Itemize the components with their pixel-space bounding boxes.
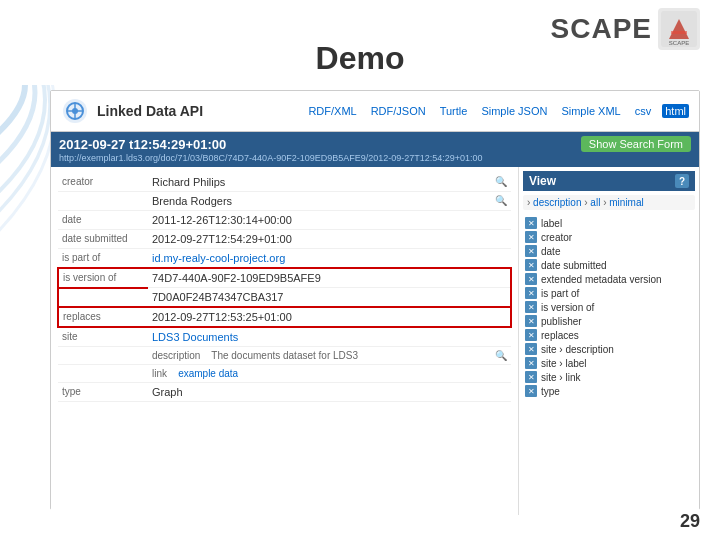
nav-csv[interactable]: csv xyxy=(632,104,655,118)
search-icon-sitedesc[interactable]: 🔍 xyxy=(491,347,511,365)
view-checkbox-replaces[interactable] xyxy=(525,329,537,341)
view-item-type: type xyxy=(523,384,695,398)
field-name-empty xyxy=(58,192,148,211)
view-help-icon[interactable]: ? xyxy=(675,174,689,188)
search-icon-sitelink xyxy=(491,365,511,383)
view-site-description-text: site › description xyxy=(541,344,614,355)
view-title: View xyxy=(529,174,556,188)
view-site-label-text: site › label xyxy=(541,358,587,369)
search-icon-date xyxy=(491,211,511,230)
field-value-date: 2011-12-26T12:30:14+00:00 xyxy=(148,211,491,230)
date-display: 2012-09-27 t12:54:29+01:00 xyxy=(59,137,226,152)
nav-html[interactable]: html xyxy=(662,104,689,118)
url-display: http://exemplar1.lds3.org/doc/71/03/B08C… xyxy=(59,153,691,163)
nav-simplejson[interactable]: Simple JSON xyxy=(478,104,550,118)
table-row: date submitted 2012-09-27T12:54:29+01:00 xyxy=(58,230,511,249)
lda-logo-area: Linked Data API xyxy=(61,97,203,125)
field-value-creator: Richard Philips xyxy=(148,173,491,192)
view-item-is-part-of: is part of xyxy=(523,286,695,300)
demo-title: Demo xyxy=(316,40,405,77)
search-icon-submitted xyxy=(491,230,511,249)
view-checkbox-site-link[interactable] xyxy=(525,371,537,383)
view-item-publisher: publisher xyxy=(523,314,695,328)
view-ext-metadata-text: extended metadata version xyxy=(541,274,662,285)
table-row: replaces 2012-09-27T12:53:25+01:00 xyxy=(58,307,511,327)
show-search-button[interactable]: Show Search Form xyxy=(581,136,691,152)
field-name-is-version-of: is version of xyxy=(58,268,148,288)
field-value-version2: 7D0A0F24B74347CBA317 xyxy=(148,288,491,308)
view-checkbox-site-label[interactable] xyxy=(525,357,537,369)
table-row: description The documents dataset for LD… xyxy=(58,347,511,365)
view-site-link-text: site › link xyxy=(541,372,580,383)
lda-nav: RDF/XML RDF/JSON Turtle Simple JSON Simp… xyxy=(305,104,689,118)
view-item-date-submitted: date submitted xyxy=(523,258,695,272)
url-bar-date: 2012-09-27 t12:54:29+01:00 Show Search F… xyxy=(59,136,691,152)
table-row: 7D0A0F24B74347CBA317 xyxy=(58,288,511,308)
view-checkbox-publisher[interactable] xyxy=(525,315,537,327)
nav-simplexml[interactable]: Simple XML xyxy=(558,104,623,118)
search-icon-partof xyxy=(491,249,511,269)
view-label-text: label xyxy=(541,218,562,229)
logo-icon: SCAPE xyxy=(658,8,700,50)
field-value-replaces: 2012-09-27T12:53:25+01:00 xyxy=(148,307,491,327)
view-item-label: label xyxy=(523,216,695,230)
view-type-text: type xyxy=(541,386,560,397)
field-value-creator2: Brenda Rodgers xyxy=(148,192,491,211)
field-value-site-desc: description The documents dataset for LD… xyxy=(148,347,491,365)
search-icon[interactable]: 🔍 xyxy=(491,192,511,211)
field-name-date-submitted: date submitted xyxy=(58,230,148,249)
table-row: date 2011-12-26T12:30:14+00:00 xyxy=(58,211,511,230)
view-publisher-text: publisher xyxy=(541,316,582,327)
view-checkbox-type[interactable] xyxy=(525,385,537,397)
field-value-type: Graph xyxy=(148,383,491,402)
lda-logo-icon xyxy=(61,97,89,125)
field-name-site: site xyxy=(58,327,148,347)
view-item-is-version-of: is version of xyxy=(523,300,695,314)
data-table: creator Richard Philips 🔍 Brenda Rodgers… xyxy=(57,173,512,402)
view-checkbox-is-part-of[interactable] xyxy=(525,287,537,299)
field-name-is-part-of: is part of xyxy=(58,249,148,269)
view-date-submitted-text: date submitted xyxy=(541,260,607,271)
view-item-replaces: replaces xyxy=(523,328,695,342)
view-is-part-of-text: is part of xyxy=(541,288,579,299)
field-name-replaces: replaces xyxy=(58,307,148,327)
field-name-type: type xyxy=(58,383,148,402)
table-row: creator Richard Philips 🔍 xyxy=(58,173,511,192)
nav-turtle[interactable]: Turtle xyxy=(437,104,471,118)
table-row: is part of id.my-realy-cool-project.org xyxy=(58,249,511,269)
table-row: is version of 74D7-440A-90F2-109ED9B5AFE… xyxy=(58,268,511,288)
view-checkbox-label[interactable] xyxy=(525,217,537,229)
search-icon-version2 xyxy=(491,288,511,308)
view-item-date: date xyxy=(523,244,695,258)
lda-header: Linked Data API RDF/XML RDF/JSON Turtle … xyxy=(51,91,699,132)
field-name-creator: creator xyxy=(58,173,148,192)
view-checkbox-site-description[interactable] xyxy=(525,343,537,355)
view-is-version-of-text: is version of xyxy=(541,302,594,313)
scape-title: SCAPE xyxy=(551,13,652,45)
data-panel: creator Richard Philips 🔍 Brenda Rodgers… xyxy=(51,167,519,515)
view-checkbox-date-submitted[interactable] xyxy=(525,259,537,271)
search-icon[interactable]: 🔍 xyxy=(491,173,511,192)
view-item-site-description: site › description xyxy=(523,342,695,356)
view-date-text: date xyxy=(541,246,560,257)
view-checkbox-date[interactable] xyxy=(525,245,537,257)
browser-content: Linked Data API RDF/XML RDF/JSON Turtle … xyxy=(50,90,700,510)
view-creator-text: creator xyxy=(541,232,572,243)
field-value-is-part-of: id.my-realy-cool-project.org xyxy=(148,249,491,269)
header: SCAPE SCAPE Demo xyxy=(0,0,720,85)
svg-text:SCAPE: SCAPE xyxy=(669,40,689,46)
search-icon-type xyxy=(491,383,511,402)
view-checkbox-is-version-of[interactable] xyxy=(525,301,537,313)
main-layout: creator Richard Philips 🔍 Brenda Rodgers… xyxy=(51,167,699,515)
search-icon-replaces xyxy=(491,307,511,327)
field-value-date-submitted: 2012-09-27T12:54:29+01:00 xyxy=(148,230,491,249)
nav-rdfxml[interactable]: RDF/XML xyxy=(305,104,359,118)
url-bar: 2012-09-27 t12:54:29+01:00 Show Search F… xyxy=(51,132,699,167)
field-name-site-link xyxy=(58,365,148,383)
view-checkbox-ext-metadata[interactable] xyxy=(525,273,537,285)
table-row: type Graph xyxy=(58,383,511,402)
view-checkbox-creator[interactable] xyxy=(525,231,537,243)
nav-rdfjson[interactable]: RDF/JSON xyxy=(368,104,429,118)
view-replaces-text: replaces xyxy=(541,330,579,341)
view-item-ext-metadata: extended metadata version xyxy=(523,272,695,286)
